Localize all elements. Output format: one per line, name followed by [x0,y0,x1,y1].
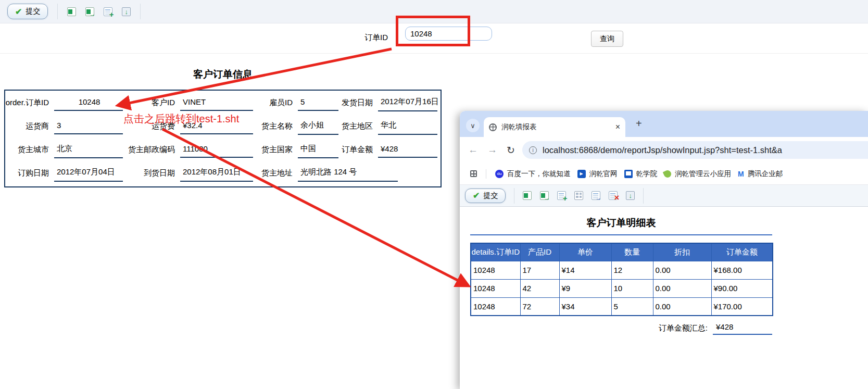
field-label: 雇员ID [253,98,298,108]
tab-close-icon[interactable] [615,122,620,132]
site-info-icon[interactable] [529,146,537,154]
field-value[interactable]: 5 [298,95,338,111]
column-header: 订单金额 [711,243,773,261]
annotation-highlight-rect [396,16,470,46]
forward-icon[interactable]: → [487,144,497,156]
submit-button[interactable]: 提交 [465,189,506,203]
field-value[interactable]: 华北 [378,118,437,135]
table-cell[interactable]: 72 [520,297,559,316]
field-label: 发货日期 [338,98,378,108]
report-content: 客户订单明细表 details.订单ID 产品ID 单价 数量 折扣 订单金额 … [460,207,868,389]
url-field[interactable]: localhost:6868/demo/reportJsp/showInput.… [522,141,868,159]
table-cell[interactable]: 10 [611,279,653,297]
back-icon[interactable]: ← [468,144,478,156]
runqian-favicon-icon [577,170,586,178]
check-icon [15,7,22,17]
summary-label: 订单金额汇总: [659,323,708,333]
browser-tab[interactable]: 润乾填报表 [484,117,625,137]
field-label: 货主国家 [253,145,298,155]
excel-export-icon[interactable] [523,191,532,200]
field-label: 货主地址 [253,168,298,178]
add-row-icon[interactable] [104,7,112,16]
column-header: 折扣 [653,243,711,261]
bookmark-tencent-mail[interactable]: 腾讯企业邮 [738,169,783,179]
table-cell[interactable]: ¥34 [559,297,611,316]
bookmark-label: 润乾管理云小应用 [675,169,731,179]
table-cell[interactable]: 10248 [471,261,520,279]
bookmark-college[interactable]: 乾学院 [624,169,658,179]
excel-export-icon[interactable] [67,7,76,16]
field-value[interactable]: ¥428 [378,142,437,158]
order-detail-table: details.订单ID 产品ID 单价 数量 折扣 订单金额 10248 17… [470,243,773,316]
submit-button[interactable]: 提交 [7,4,48,19]
field-value[interactable]: 10248 [54,95,123,111]
summary-row: 订单金额汇总: ¥428 [470,321,772,335]
field-value[interactable]: 2012年07月04日 [54,165,123,182]
bookmark-runqian[interactable]: 润乾官网 [577,169,618,179]
order-form-title: 客户订单信息 [4,68,442,81]
field-label: 订单金额 [338,145,378,155]
delete-row-icon[interactable] [609,191,618,200]
column-header: 数量 [611,243,653,261]
field-value[interactable]: 北京 [54,141,123,158]
insert-row-icon[interactable] [592,191,600,200]
field-label: order.订单ID [5,98,54,108]
add-row-icon[interactable] [557,191,566,200]
grid-view-icon[interactable] [574,191,583,200]
download-icon[interactable] [626,191,635,200]
order-form: order.订单ID 10248 客户ID VINET 雇员ID 5 发货日期 … [4,90,442,187]
table-cell[interactable]: 10248 [471,297,520,316]
field-label: 订购日期 [5,168,54,178]
search-button[interactable]: 查询 [591,31,623,47]
tab-title: 润乾填报表 [501,122,611,132]
table-cell[interactable]: ¥168.00 [711,261,773,279]
bookmarks-bar: 百度一下，你就知道 润乾官网 乾学院 润乾管理云小应用 腾讯企业邮 [460,163,868,185]
excel-import-icon[interactable] [85,7,94,16]
table-cell[interactable]: 0.00 [653,261,711,279]
field-value[interactable]: 3 [54,118,123,134]
table-cell[interactable]: ¥90.00 [711,279,773,297]
table-cell[interactable]: 17 [520,261,559,279]
download-icon[interactable] [122,7,131,16]
field-label: 运货商 [5,121,54,131]
url-text[interactable]: localhost:6868/demo/reportJsp/showInput.… [543,145,782,155]
column-header: 产品ID [520,243,559,261]
field-value[interactable]: 2012年07月16日 [378,94,437,111]
table-cell[interactable]: 10248 [471,279,520,297]
table-cell[interactable]: ¥14 [559,261,611,279]
field-value[interactable]: 111080 [180,142,253,158]
field-label: 货主地区 [338,121,378,131]
field-value[interactable]: 中国 [298,141,338,158]
excel-import-icon[interactable] [540,191,549,200]
field-label: 货主名称 [253,121,298,131]
college-favicon-icon [624,170,633,178]
leaf-favicon-icon [663,169,673,179]
table-cell[interactable]: 42 [520,279,559,297]
tab-search-chevron-icon[interactable] [466,119,480,132]
table-cell[interactable]: 12 [611,261,653,279]
reload-icon[interactable]: ↻ [507,144,515,156]
field-value[interactable]: 余小姐 [298,118,338,135]
table-cell[interactable]: ¥170.00 [711,297,773,316]
field-value[interactable]: 光明北路 124 号 [298,165,398,182]
new-tab-icon[interactable] [636,118,642,130]
table-cell[interactable]: ¥9 [559,279,611,297]
globe-favicon-icon [489,123,497,131]
toolbar-separator [57,4,58,19]
bookmark-label: 乾学院 [636,169,658,179]
table-cell[interactable]: 0.00 [653,279,711,297]
field-value[interactable]: VINET [180,95,253,111]
detail-report-title: 客户订单明细表 [470,216,772,230]
bookmark-baidu[interactable]: 百度一下，你就知道 [495,169,571,179]
check-icon [473,191,480,200]
bookmark-cloud-app[interactable]: 润乾管理云小应用 [664,169,731,179]
table-cell[interactable]: 5 [611,297,653,316]
table-cell[interactable]: 0.00 [653,297,711,316]
field-value[interactable]: 2012年08月01日 [180,165,253,182]
title-underline [470,234,772,235]
bookmark-label: 腾讯企业邮 [748,169,783,179]
apps-grid-icon[interactable] [470,170,477,177]
baidu-favicon-icon [495,170,504,178]
field-label: 客户ID [123,98,180,108]
submit-button-label: 提交 [483,191,498,200]
